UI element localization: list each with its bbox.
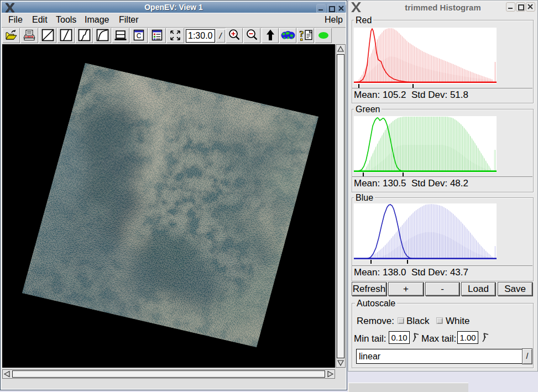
svg-text:?: ?: [299, 29, 304, 39]
svg-text:C: C: [137, 32, 142, 40]
